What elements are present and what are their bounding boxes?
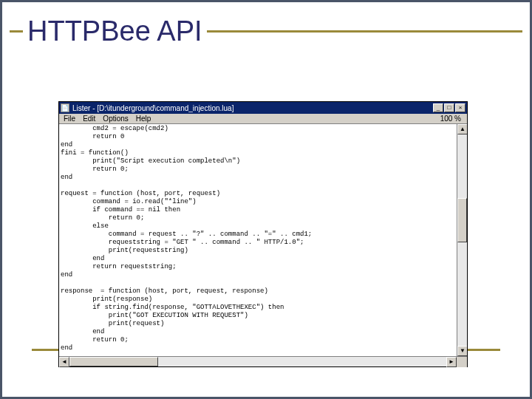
maximize-button[interactable]: □ (444, 103, 454, 112)
menu-help[interactable]: Help (136, 115, 151, 123)
menu-options[interactable]: Options (103, 115, 128, 123)
titlebar[interactable]: 📄 Lister - [D:\itunderground\command_inj… (59, 102, 467, 114)
zoom-level: 100 % (440, 115, 463, 123)
hscroll-track[interactable] (69, 357, 446, 366)
title-row: HTTPBee API (2, 2, 530, 50)
scroll-left-button[interactable]: ◄ (59, 357, 69, 367)
editor-area: cmd2 = escape(cmd2) return 0 end fini = … (59, 124, 467, 356)
vscroll-thumb[interactable] (457, 198, 467, 242)
hscroll-thumb[interactable] (69, 357, 158, 366)
vertical-scrollbar[interactable]: ▲ ▼ (457, 124, 467, 356)
horizontal-scrollbar[interactable]: ◄ ► (59, 356, 467, 366)
scroll-right-button[interactable]: ► (446, 357, 457, 367)
title-rule-left (10, 30, 23, 33)
code-viewer[interactable]: cmd2 = escape(cmd2) return 0 end fini = … (59, 124, 457, 356)
menu-file[interactable]: File (64, 115, 75, 123)
lister-window: 📄 Lister - [D:\itunderground\command_inj… (58, 101, 468, 367)
scroll-corner (457, 357, 467, 367)
app-icon[interactable]: 📄 (61, 103, 69, 112)
title-rule-right (207, 30, 522, 33)
titlebar-text: Lister - [D:\itunderground\command_injec… (72, 104, 433, 112)
minimize-button[interactable]: _ (433, 103, 443, 112)
slide: HTTPBee API 📄 Lister - [D:\itunderground… (0, 0, 532, 399)
scroll-up-button[interactable]: ▲ (457, 124, 467, 134)
scroll-down-button[interactable]: ▼ (457, 346, 467, 356)
page-title: HTTPBee API (23, 16, 207, 47)
close-button[interactable]: × (455, 103, 466, 112)
menubar: File Edit Options Help 100 % (59, 114, 467, 124)
menu-edit[interactable]: Edit (83, 115, 95, 123)
window-controls: _ □ × (433, 103, 466, 112)
vscroll-track[interactable] (457, 134, 467, 346)
